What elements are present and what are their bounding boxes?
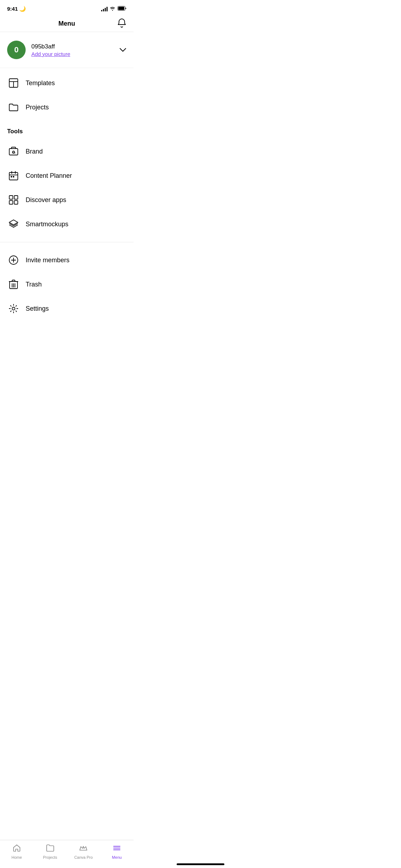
settings-label: Settings [26, 305, 49, 312]
svg-text:co.: co. [13, 151, 16, 154]
add-picture-link[interactable]: Add your picture [31, 51, 119, 57]
menu-item-templates[interactable]: Templates [0, 71, 134, 95]
profile-section[interactable]: 0 095b3aff Add your picture [0, 32, 134, 68]
folder-icon [7, 101, 20, 114]
menu-item-trash[interactable]: Trash [0, 272, 134, 296]
menu-item-settings[interactable]: Settings [0, 296, 134, 321]
profile-username: 095b3aff [31, 43, 55, 50]
menu-item-smartmockups[interactable]: Smartmockups [0, 212, 134, 236]
tools-section-header: Tools [0, 122, 134, 136]
gear-icon [7, 302, 20, 315]
brand-icon: co. [7, 145, 20, 158]
svg-rect-13 [13, 176, 14, 177]
grid-icon [7, 193, 20, 206]
chevron-down-icon[interactable] [119, 46, 126, 54]
avatar: 0 [7, 41, 26, 59]
wifi-icon [110, 6, 115, 12]
menu-item-projects[interactable]: Projects [0, 95, 134, 119]
menu-item-brand[interactable]: co. Brand [0, 139, 134, 164]
section-divider [0, 242, 134, 242]
projects-label: Projects [26, 104, 49, 111]
layers-icon [7, 218, 20, 231]
moon-icon: 🌙 [19, 6, 26, 12]
content-planner-label: Content Planner [26, 172, 72, 180]
status-time: 9:41 🌙 [7, 6, 26, 12]
smartmockups-label: Smartmockups [26, 221, 68, 228]
trash-icon [7, 278, 20, 291]
svg-point-26 [12, 307, 15, 310]
header: Menu [0, 16, 134, 32]
templates-icon [7, 77, 20, 89]
svg-rect-12 [11, 176, 12, 177]
templates-label: Templates [26, 79, 55, 87]
trash-label: Trash [26, 281, 42, 288]
svg-rect-14 [9, 196, 13, 199]
svg-rect-1 [118, 7, 124, 10]
battery-icon [118, 6, 126, 12]
menu-item-content-planner[interactable]: Content Planner [0, 164, 134, 188]
menu-item-discover-apps[interactable]: Discover apps [0, 188, 134, 212]
discover-apps-label: Discover apps [26, 196, 66, 204]
status-icons [101, 6, 126, 12]
svg-rect-15 [14, 196, 18, 199]
status-bar: 9:41 🌙 [0, 0, 134, 16]
brand-label: Brand [26, 148, 43, 155]
signal-icon [101, 7, 108, 11]
secondary-menu-section: Invite members Trash [0, 245, 134, 324]
calendar-icon [7, 169, 20, 182]
svg-rect-17 [14, 201, 18, 204]
bell-icon[interactable] [117, 18, 126, 30]
invite-members-label: Invite members [26, 257, 69, 264]
profile-info: 095b3aff Add your picture [31, 43, 119, 57]
svg-rect-16 [9, 201, 13, 204]
plus-icon [7, 254, 20, 267]
tools-menu-section: co. Brand Content Planner [0, 136, 134, 239]
main-menu-section: Templates Projects [0, 68, 134, 122]
menu-item-invite-members[interactable]: Invite members [0, 248, 134, 272]
page-title: Menu [58, 20, 75, 27]
